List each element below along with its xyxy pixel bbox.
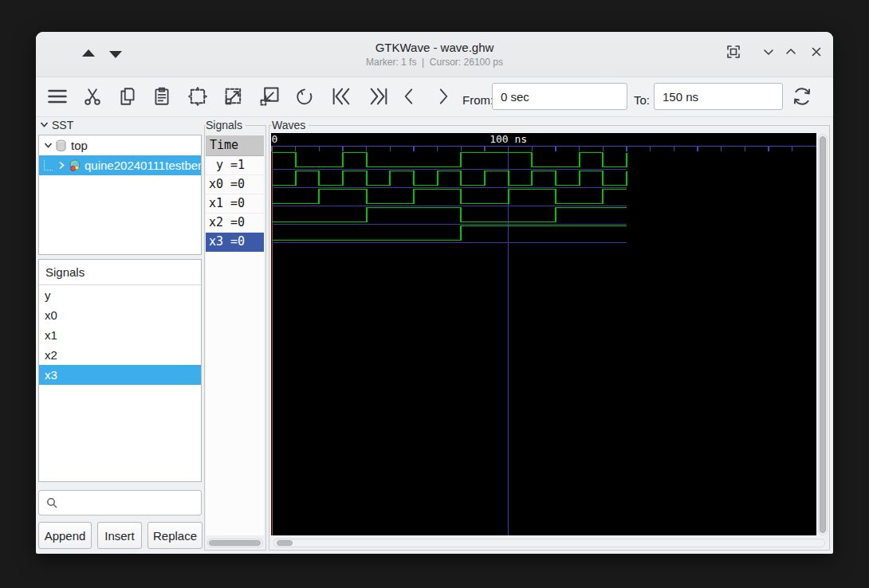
go-to-end-button[interactable] xyxy=(366,85,391,111)
zoom-out-area-icon xyxy=(258,85,281,111)
value-row-y[interactable]: y =1 xyxy=(206,156,264,175)
wave-trace-x1 xyxy=(272,190,627,204)
toolbar: From: To: xyxy=(36,77,833,117)
fullscreen-button[interactable] xyxy=(723,43,744,64)
chevron-right-icon xyxy=(433,86,454,110)
expander-chevron-icon xyxy=(40,119,49,131)
chevron-left-icon xyxy=(399,86,419,110)
reload-icon xyxy=(791,85,813,111)
from-input[interactable] xyxy=(492,83,627,110)
titlebar[interactable]: GTKWave - wave.ghw Marker: 1 fs | Cursor… xyxy=(36,32,833,77)
maximize-button[interactable] xyxy=(781,43,801,64)
scope-icon xyxy=(55,139,67,152)
value-row-x0[interactable]: x0 =0 xyxy=(206,175,264,194)
zoom-in-area-icon xyxy=(222,85,245,111)
wave-trace-x3 xyxy=(272,226,627,241)
wave-trace-y xyxy=(272,153,627,167)
minimize-button[interactable] xyxy=(758,43,779,64)
expander-open-icon xyxy=(44,141,53,150)
value-row-x2[interactable]: x2 =0 xyxy=(206,214,264,233)
values-list: Time y =1 x0 =0 x1 =0 x2 =0 x3 =0 xyxy=(206,135,264,535)
window-title: GTKWave - wave.ghw xyxy=(36,41,833,54)
marker-cursor-status: Marker: 1 fs | Cursor: 26100 ps xyxy=(36,57,833,68)
desktop: { "window": { "title": "GTKWave - wave.g… xyxy=(0,0,869,588)
to-input[interactable] xyxy=(654,83,783,110)
undo-button[interactable] xyxy=(292,85,317,111)
signal-item-x3[interactable]: x3 xyxy=(39,365,201,385)
step-back-button[interactable] xyxy=(396,85,422,111)
reload-button[interactable] xyxy=(789,85,815,111)
chevron-up-icon xyxy=(784,45,798,62)
close-button[interactable] xyxy=(806,43,827,64)
menu-button[interactable] xyxy=(45,85,70,111)
component-icon xyxy=(69,159,81,172)
waves-vscrollbar-thumb[interactable] xyxy=(820,136,826,533)
tree-guide-line xyxy=(44,160,53,171)
sst-expander[interactable]: SST xyxy=(40,119,73,131)
fullscreen-icon xyxy=(725,44,741,63)
cut-button[interactable] xyxy=(80,85,105,111)
to-label: To: xyxy=(634,93,650,107)
hamburger-menu-icon xyxy=(46,85,69,111)
wave-canvas[interactable]: 0100 ns xyxy=(271,133,816,535)
waves-frame-label: Waves xyxy=(272,120,309,131)
zoom-fit-icon xyxy=(187,85,209,111)
waves-hscrollbar-thumb[interactable] xyxy=(277,540,293,546)
skip-to-end-icon xyxy=(368,85,390,111)
expander-closed-icon xyxy=(57,161,66,170)
search-icon xyxy=(46,497,58,509)
values-hscrollbar-track[interactable] xyxy=(207,539,263,547)
skip-to-start-icon xyxy=(330,85,352,111)
signals-list-header: Signals xyxy=(39,260,201,285)
copy-icon xyxy=(117,86,138,110)
value-row-x3[interactable]: x3 =0 xyxy=(206,233,264,252)
zoom-out-button[interactable] xyxy=(257,85,282,111)
zoom-in-button[interactable] xyxy=(221,85,246,111)
go-to-start-button[interactable] xyxy=(328,85,354,111)
replace-button[interactable]: Replace xyxy=(147,522,203,549)
signal-item-x2[interactable]: x2 xyxy=(39,345,201,365)
paste-button[interactable] xyxy=(149,85,175,111)
waves-hscrollbar-track[interactable] xyxy=(273,539,825,547)
search-input[interactable] xyxy=(63,496,210,510)
scissors-icon xyxy=(82,86,103,110)
svg-text:100 ns: 100 ns xyxy=(490,133,527,145)
signal-item-x1[interactable]: x1 xyxy=(39,325,201,345)
wave-trace-x0 xyxy=(272,171,627,186)
zoom-fit-button[interactable] xyxy=(185,85,210,111)
close-icon xyxy=(809,45,824,62)
append-button[interactable]: Append xyxy=(38,522,92,549)
signal-search-box xyxy=(38,490,202,515)
svg-text:0: 0 xyxy=(272,133,278,145)
time-header: Time xyxy=(206,135,264,156)
signal-item-x0[interactable]: x0 xyxy=(39,305,201,325)
clipboard-paste-icon xyxy=(151,86,172,110)
copy-button[interactable] xyxy=(115,85,140,111)
gtkwave-window: GTKWave - wave.ghw Marker: 1 fs | Cursor… xyxy=(36,32,833,554)
insert-button[interactable]: Insert xyxy=(97,522,142,549)
signals-list-panel: Signals y x0 x1 x2 x3 xyxy=(38,259,202,482)
tree-item-top[interactable]: top xyxy=(39,135,201,155)
from-label: From: xyxy=(462,93,493,107)
sst-tree-panel: top quine20240111testbench xyxy=(38,135,202,255)
wave-trace-x2 xyxy=(272,208,627,222)
value-row-x1[interactable]: x1 =0 xyxy=(206,194,264,214)
undo-arrow-icon xyxy=(294,86,315,110)
tree-item-testbench[interactable]: quine20240111testbench xyxy=(39,155,201,175)
waves-vscrollbar-track[interactable] xyxy=(818,134,828,535)
values-frame-label: Signals xyxy=(206,120,246,131)
step-forward-button[interactable] xyxy=(431,85,456,111)
chevron-down-icon xyxy=(761,45,776,62)
values-hscrollbar-thumb[interactable] xyxy=(209,540,261,546)
signal-item-y[interactable]: y xyxy=(39,285,201,305)
